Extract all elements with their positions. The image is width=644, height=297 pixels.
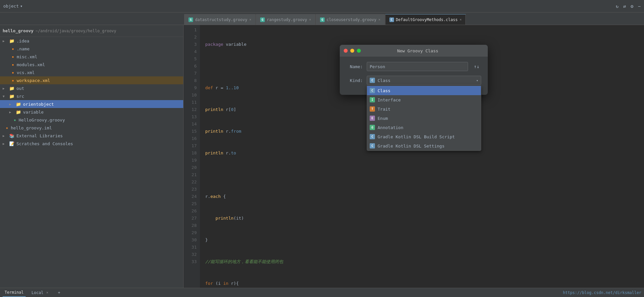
variable-folder-icon: 📁	[16, 110, 21, 115]
refresh-icon[interactable]: ↻	[616, 4, 618, 9]
expand-icon: ▶	[3, 142, 6, 146]
sidebar-item-name[interactable]: ▪ .name	[0, 45, 183, 53]
select-text: Class	[378, 78, 474, 83]
sidebar-item-label: workspace.xml	[17, 78, 50, 83]
groovy-icon: G	[320, 17, 325, 22]
sidebar-item-orientobject[interactable]: ▶ 📁 orientobject	[0, 100, 183, 108]
sidebar-item-modules[interactable]: ▪ modules.xml	[0, 61, 183, 68]
dropdown-chevron-icon: ▾	[476, 79, 478, 82]
sidebar-item-label: vcs.xml	[17, 70, 35, 75]
tab-defaultgroovymethods[interactable]: C DefaultGroovyMethods.class ×	[385, 14, 466, 25]
xml-icon: ▪	[12, 55, 14, 59]
dropdown-item-gradle-settings[interactable]: C Gradle Kotlin DSL Settings	[367, 141, 481, 150]
tab-close-icon[interactable]: ×	[459, 18, 461, 21]
tab-rangestudy[interactable]: G rangestudy.groovy ×	[256, 14, 315, 25]
sidebar-item-vcs[interactable]: ▪ vcs.xml	[0, 68, 183, 76]
sidebar: hello_groovy ~/android/java/groovy/hello…	[0, 25, 184, 288]
tab-label: closeuserstudy.groovy	[327, 17, 377, 22]
split-icon[interactable]: ⇄	[623, 4, 626, 9]
close-traffic-light[interactable]	[344, 49, 348, 53]
gradle-settings-dropdown-icon: C	[370, 143, 375, 148]
dropdown-item-class[interactable]: C Class	[367, 86, 481, 95]
sidebar-item-workspace[interactable]: ▪ workspace.xml	[0, 76, 183, 84]
sort-icon[interactable]: ↑↓	[472, 62, 481, 71]
project-path: ~/android/java/groovy/hello_groovy	[36, 29, 116, 33]
tab-datastructstudy[interactable]: G datastructstudy.groovy ×	[184, 14, 256, 25]
tab-close-icon[interactable]: ×	[249, 18, 251, 21]
sidebar-item-src[interactable]: ▼ 📁 src	[0, 92, 183, 100]
name-label: Name:	[346, 64, 363, 69]
interface-dropdown-icon: I	[370, 97, 375, 102]
sidebar-item-hello-iml[interactable]: ▪ hello_groovy.iml	[0, 124, 183, 132]
project-name: object	[3, 4, 19, 9]
sidebar-item-scratches[interactable]: ▶ 📝 Scratches and Consoles	[0, 140, 183, 148]
sidebar-item-label: src	[16, 94, 24, 99]
expand-icon: ▶	[3, 39, 6, 43]
project-name-label: hello_groovy	[3, 28, 34, 33]
class-dropdown-icon: C	[370, 88, 375, 93]
expand-icon: ▶	[3, 87, 6, 90]
sidebar-item-label: modules.xml	[17, 62, 45, 67]
sidebar-item-label: orientobject	[23, 102, 54, 107]
sidebar-item-misc[interactable]: ▪ misc.xml	[0, 53, 183, 61]
local-close-icon[interactable]: ×	[45, 290, 50, 295]
xml-icon: ▪	[12, 47, 14, 51]
settings-icon[interactable]: ⚙	[631, 4, 633, 9]
trait-dropdown-icon: T	[370, 106, 375, 112]
sidebar-item-label: misc.xml	[17, 54, 37, 59]
orientobject-folder-icon: 📁	[16, 102, 21, 107]
sidebar-item-out[interactable]: ▶ 📁 out	[0, 84, 183, 92]
minimize-icon[interactable]: −	[638, 4, 641, 9]
tabs-bar: G datastructstudy.groovy × G rangestudy.…	[0, 13, 644, 25]
dialog-body: Name: ↑↓ Kind: C Class ▾	[340, 57, 488, 95]
dropdown-item-interface[interactable]: I Interface	[367, 95, 481, 104]
title-bar: object ▾ ↻ ⇄ ⚙ −	[0, 0, 644, 13]
tab-close-icon[interactable]: ×	[309, 18, 311, 21]
enum-dropdown-icon: E	[370, 116, 375, 121]
select-class-icon: C	[370, 78, 375, 83]
groovy-icon: G	[188, 17, 193, 22]
dropdown-item-gradle-build[interactable]: C Gradle Kotlin DSL Build Script	[367, 132, 481, 141]
bottom-url[interactable]: https://blog.csdn.net/dirksmaller	[563, 290, 641, 295]
kind-row: Kind: C Class ▾ C Class	[346, 76, 481, 85]
sidebar-item-hellogroovy[interactable]: ▪ HelloGroovy.groovy	[0, 116, 183, 124]
add-tab-icon: +	[58, 290, 60, 295]
sidebar-item-label: variable	[23, 110, 44, 115]
dropdown-item-annotation[interactable]: @ Annotation	[367, 123, 481, 132]
terminal-tab[interactable]: Terminal	[3, 288, 26, 297]
tab-close-icon[interactable]: ×	[379, 18, 381, 21]
tab-closeuserstudy[interactable]: G closeuserstudy.groovy ×	[316, 14, 385, 25]
dropdown-item-enum[interactable]: E Enum	[367, 114, 481, 123]
xml-icon: ▪	[12, 78, 14, 83]
idea-folder-icon: 📁	[9, 39, 14, 43]
title-bar-left: object ▾	[3, 4, 187, 9]
local-label: Local	[32, 290, 43, 295]
sidebar-item-label: hello_groovy.iml	[11, 125, 52, 130]
editor-area: 12345 678910 1112131415 1617181920 21222…	[184, 25, 644, 288]
dialog-titlebar: New Groovy Class	[340, 45, 488, 57]
groovy-file-icon: ▪	[14, 118, 16, 122]
name-input[interactable]	[367, 62, 468, 71]
class-icon: C	[389, 17, 394, 22]
kind-dropdown-menu: C Class I Interface T Trait	[367, 86, 481, 151]
dropdown-item-label: Interface	[378, 97, 401, 102]
dropdown-item-label: Annotation	[378, 125, 403, 130]
kind-select[interactable]: C Class ▾	[367, 76, 481, 85]
sidebar-item-variable[interactable]: ▶ 📁 variable	[0, 108, 183, 116]
minimize-traffic-light[interactable]	[350, 49, 354, 53]
add-tab-button[interactable]: +	[56, 288, 62, 297]
sidebar-item-label: Scratches and Consoles	[16, 141, 73, 146]
annotation-dropdown-icon: @	[370, 125, 375, 130]
expand-icon: ▶	[9, 102, 12, 106]
dialog-title: New Groovy Class	[363, 48, 472, 53]
maximize-traffic-light[interactable]	[357, 49, 361, 53]
dropdown-item-trait[interactable]: T Trait	[367, 104, 481, 114]
local-tab[interactable]: Local ×	[30, 288, 52, 297]
project-dropdown[interactable]: object ▾	[3, 4, 23, 9]
expand-icon: ▶	[3, 134, 6, 138]
sidebar-item-external-libraries[interactable]: ▶ 📚 External Libraries	[0, 132, 183, 140]
sidebar-item-idea[interactable]: ▶ 📁 .idea	[0, 37, 183, 45]
sidebar-item-label: HelloGroovy.groovy	[19, 118, 65, 122]
bottom-bar: Terminal Local × + https://blog.csdn.net…	[0, 288, 644, 297]
expand-icon: ▼	[3, 94, 6, 98]
